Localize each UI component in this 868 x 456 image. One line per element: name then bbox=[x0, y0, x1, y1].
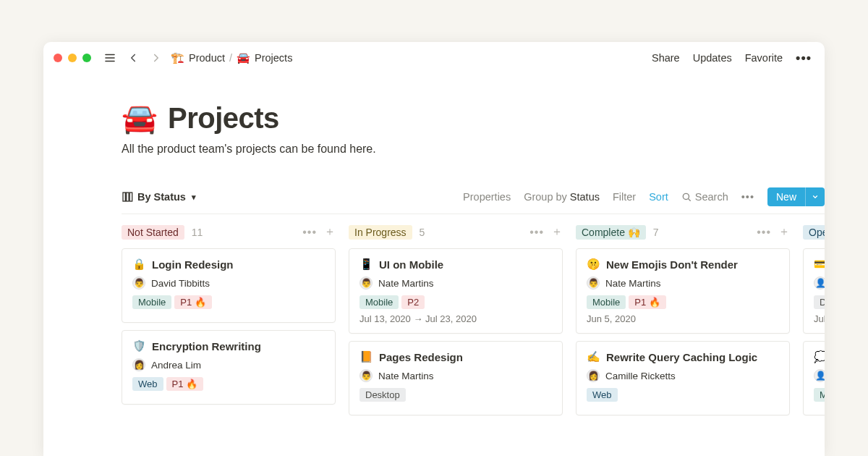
card-assignee: 👨Nate Martins bbox=[587, 276, 779, 290]
column-add-icon[interactable]: ＋ bbox=[551, 224, 563, 240]
board-column: In Progress5•••＋📱UI on Mobile👨Nate Marti… bbox=[349, 224, 563, 423]
card-title: 📱UI on Mobile bbox=[359, 258, 552, 271]
maximize-window-button[interactable] bbox=[82, 54, 91, 62]
board-card[interactable]: 💭C👤SMobP4 bbox=[803, 341, 825, 415]
filter-button[interactable]: Filter bbox=[613, 191, 636, 203]
avatar: 👤 bbox=[814, 276, 825, 290]
top-actions: Share Updates Favorite ••• bbox=[652, 51, 814, 66]
svg-rect-5 bbox=[129, 193, 132, 201]
avatar: 👩 bbox=[132, 358, 145, 371]
board-column: Not Started11•••＋🔒Login Redesign👨David T… bbox=[122, 224, 336, 423]
new-button-caret[interactable] bbox=[805, 187, 825, 206]
card-tag: Mobile bbox=[132, 295, 171, 309]
column-count: 7 bbox=[653, 227, 659, 238]
card-title-text: Pages Redesign bbox=[379, 351, 463, 363]
board-card[interactable]: 🤫New Emojis Don't Render👨Nate MartinsMob… bbox=[576, 248, 790, 334]
card-tag: P2 bbox=[401, 295, 425, 309]
card-emoji-icon: 💭 bbox=[814, 350, 825, 363]
card-assignee: 👨David Tibbitts bbox=[132, 276, 325, 290]
avatar: 👨 bbox=[132, 276, 145, 290]
updates-button[interactable]: Updates bbox=[693, 52, 732, 64]
window-controls bbox=[54, 54, 91, 62]
assignee-name: Nate Martins bbox=[378, 371, 434, 381]
card-tag: P1 🔥 bbox=[166, 377, 204, 391]
card-tags: WebP1 🔥 bbox=[132, 377, 325, 395]
column-count: 5 bbox=[420, 227, 425, 238]
page-title[interactable]: Projects bbox=[168, 102, 279, 135]
group-by-button[interactable]: Group by Status bbox=[524, 191, 600, 203]
board-card[interactable]: 📱UI on Mobile👨Nate MartinsMobileP2Jul 13… bbox=[349, 248, 563, 334]
database-toolbar: By Status ▾ Properties Group by Status F… bbox=[122, 187, 825, 206]
favorite-button[interactable]: Favorite bbox=[745, 52, 783, 64]
card-title: 📙Pages Redesign bbox=[359, 350, 552, 363]
card-assignee: 👤N bbox=[814, 276, 825, 290]
board-card[interactable]: 💳P👤NDesP1 🔥Jul 2 bbox=[803, 248, 825, 334]
column-more-icon[interactable]: ••• bbox=[302, 226, 317, 239]
card-tags: Web bbox=[587, 388, 779, 406]
titlebar: 🏗️ Product / 🚘 Projects Share Updates Fa… bbox=[43, 42, 825, 74]
status-pill[interactable]: Open bbox=[803, 225, 825, 240]
column-more-icon[interactable]: ••• bbox=[529, 226, 544, 239]
more-menu-icon[interactable]: ••• bbox=[796, 51, 812, 66]
card-assignee: 👨Nate Martins bbox=[359, 276, 552, 290]
card-title-text: Encryption Rewriting bbox=[152, 340, 261, 352]
kanban-board: Not Started11•••＋🔒Login Redesign👨David T… bbox=[122, 224, 825, 423]
card-title: 💭C bbox=[814, 350, 825, 363]
app-window: 🏗️ Product / 🚘 Projects Share Updates Fa… bbox=[43, 42, 825, 456]
breadcrumb-projects[interactable]: 🚘 Projects bbox=[237, 51, 292, 64]
card-assignee: 👩Camille Ricketts bbox=[587, 369, 779, 382]
status-pill[interactable]: In Progress bbox=[349, 225, 412, 240]
card-title: 💳P bbox=[814, 258, 825, 271]
card-tags: MobileP1 🔥 bbox=[132, 295, 325, 313]
close-window-button[interactable] bbox=[54, 54, 62, 62]
avatar: 👩 bbox=[587, 369, 600, 382]
breadcrumb: 🏗️ Product / 🚘 Projects bbox=[171, 51, 292, 64]
nav-forward-button[interactable] bbox=[148, 49, 165, 67]
card-tags: MobileP2 bbox=[359, 295, 552, 313]
breadcrumb-product[interactable]: 🏗️ Product bbox=[171, 51, 225, 64]
card-emoji-icon: ✍️ bbox=[587, 350, 600, 363]
board-column: Complete 🙌7•••＋🤫New Emojis Don't Render👨… bbox=[576, 224, 790, 423]
column-header: Not Started11•••＋ bbox=[122, 224, 336, 240]
svg-rect-3 bbox=[123, 193, 125, 201]
page-icon[interactable]: 🚘 bbox=[122, 101, 158, 135]
page-description[interactable]: All the product team's projects can be f… bbox=[122, 143, 825, 156]
share-button[interactable]: Share bbox=[652, 52, 680, 64]
toolbar-more-icon[interactable]: ••• bbox=[741, 191, 754, 203]
assignee-name: Nate Martins bbox=[605, 278, 661, 289]
board-card[interactable]: 📙Pages Redesign👨Nate MartinsDesktop bbox=[349, 341, 563, 415]
card-tag: P1 🔥 bbox=[629, 295, 666, 309]
column-add-icon[interactable]: ＋ bbox=[778, 224, 790, 240]
card-title-text: UI on Mobile bbox=[379, 258, 443, 271]
column-more-icon[interactable]: ••• bbox=[757, 226, 771, 239]
minimize-window-button[interactable] bbox=[68, 54, 77, 62]
search-label: Search bbox=[695, 191, 728, 203]
breadcrumb-label: Product bbox=[189, 52, 225, 64]
board-card[interactable]: ✍️Rewrite Query Caching Logic👩Camille Ri… bbox=[576, 341, 790, 415]
view-selector[interactable]: By Status ▾ bbox=[122, 191, 196, 203]
column-add-icon[interactable]: ＋ bbox=[324, 224, 336, 240]
column-header: In Progress5•••＋ bbox=[349, 224, 563, 240]
hamburger-menu-icon[interactable] bbox=[101, 49, 119, 67]
card-title: 🔒Login Redesign bbox=[132, 258, 325, 271]
card-tag: Web bbox=[132, 377, 163, 391]
status-pill[interactable]: Not Started bbox=[122, 225, 184, 240]
properties-button[interactable]: Properties bbox=[463, 191, 511, 203]
board-card[interactable]: 🔒Login Redesign👨David TibbittsMobileP1 🔥 bbox=[122, 248, 336, 323]
new-button-label: New bbox=[767, 187, 805, 206]
search-button[interactable]: Search bbox=[681, 191, 728, 203]
card-title: 🛡️Encryption Rewriting bbox=[132, 339, 325, 352]
new-button[interactable]: New bbox=[767, 187, 825, 206]
nav-back-button[interactable] bbox=[124, 49, 142, 67]
avatar: 👤 bbox=[814, 369, 825, 382]
card-emoji-icon: 🤫 bbox=[587, 258, 600, 271]
board-card[interactable]: 🛡️Encryption Rewriting👩Andrea LimWebP1 🔥 bbox=[122, 330, 336, 405]
card-title: 🤫New Emojis Don't Render bbox=[587, 258, 779, 271]
group-by-value: Status bbox=[570, 191, 600, 203]
group-by-prefix: Group by bbox=[524, 191, 567, 203]
card-tag: Mob bbox=[814, 388, 825, 402]
status-pill[interactable]: Complete 🙌 bbox=[576, 225, 646, 240]
car-icon: 🚘 bbox=[237, 51, 250, 64]
sort-button[interactable]: Sort bbox=[649, 191, 668, 203]
card-tag: P1 🔥 bbox=[174, 295, 212, 309]
